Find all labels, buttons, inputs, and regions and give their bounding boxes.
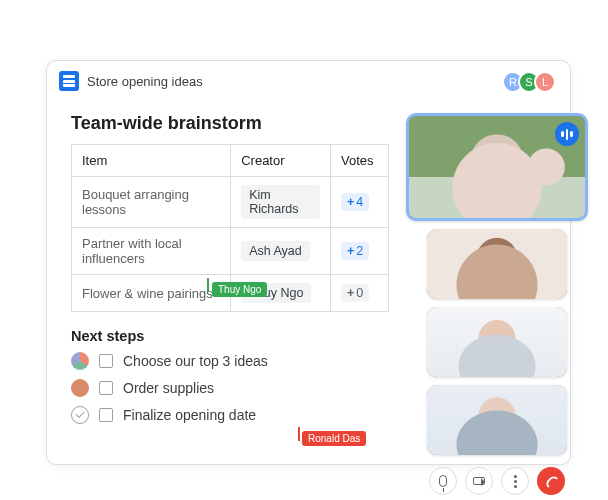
collaborator-cursor-tag: Thuy Ngo	[212, 282, 267, 297]
creator-chip[interactable]: Kim Richards	[241, 185, 320, 219]
col-item: Item	[72, 145, 231, 177]
collaborator-cursor	[298, 427, 300, 441]
camera-button[interactable]	[465, 467, 493, 495]
avatar-initial: L	[542, 76, 548, 88]
video-placeholder-icon	[427, 307, 567, 377]
titlebar: Store opening ideas R S L	[47, 61, 570, 101]
assignee-icon	[71, 406, 89, 424]
document-window: Store opening ideas R S L Team-wide brai…	[46, 60, 571, 465]
collaborator-cursor	[207, 278, 209, 292]
table-row: Bouquet arranging lessons Kim Richards +…	[72, 177, 389, 228]
cell-votes[interactable]: + 0	[331, 275, 389, 312]
col-votes: Votes	[331, 145, 389, 177]
video-tile-active[interactable]	[406, 113, 588, 221]
hangup-button[interactable]	[537, 467, 565, 495]
document-title[interactable]: Store opening ideas	[87, 74, 203, 89]
meet-video-panel	[406, 113, 588, 495]
plus-icon: +	[347, 195, 354, 209]
cell-creator[interactable]: Ash Ayad	[231, 228, 331, 275]
group-avatar-icon	[71, 352, 89, 370]
plus-icon: +	[347, 244, 354, 258]
vote-button[interactable]: + 4	[341, 193, 369, 211]
step-text[interactable]: Order supplies	[123, 380, 214, 396]
meet-controls	[406, 467, 588, 495]
assignee-icon	[71, 379, 89, 397]
plus-icon: +	[347, 286, 354, 300]
col-creator: Creator	[231, 145, 331, 177]
cell-item[interactable]: Bouquet arranging lessons	[72, 177, 231, 228]
mic-button[interactable]	[429, 467, 457, 495]
checkbox[interactable]	[99, 408, 113, 422]
vote-count: 4	[356, 195, 363, 209]
vote-count: 0	[356, 286, 363, 300]
creator-chip[interactable]: Ash Ayad	[241, 241, 310, 261]
more-options-button[interactable]	[501, 467, 529, 495]
more-vertical-icon	[514, 480, 517, 483]
avatar[interactable]: L	[534, 71, 556, 93]
avatar-initial: R	[509, 76, 517, 88]
vote-button[interactable]: + 2	[341, 242, 369, 260]
vote-count: 2	[356, 244, 363, 258]
cell-votes[interactable]: + 2	[331, 228, 389, 275]
collaborator-cursor-tag: Ronald Das	[302, 431, 366, 446]
speaking-indicator-icon	[555, 122, 579, 146]
check-circle-icon	[71, 406, 89, 424]
cell-item[interactable]: Partner with local influencers	[72, 228, 231, 275]
video-placeholder-icon	[427, 229, 567, 299]
cell-creator[interactable]: Kim Richards	[231, 177, 331, 228]
avatar-initial: S	[525, 76, 532, 88]
step-text[interactable]: Finalize opening date	[123, 407, 256, 423]
person-avatar-icon	[71, 379, 89, 397]
google-docs-icon	[59, 71, 79, 91]
video-tile[interactable]	[427, 385, 567, 455]
phone-hangup-icon	[544, 474, 558, 488]
step-text[interactable]: Choose our top 3 ideas	[123, 353, 268, 369]
vote-button[interactable]: + 0	[341, 284, 369, 302]
cell-votes[interactable]: + 4	[331, 177, 389, 228]
table-row: Partner with local influencers Ash Ayad …	[72, 228, 389, 275]
checkbox[interactable]	[99, 354, 113, 368]
assignee-icon	[71, 352, 89, 370]
camera-icon	[473, 477, 485, 485]
collaborator-avatars: R S L	[508, 71, 556, 93]
video-tile[interactable]	[427, 307, 567, 377]
video-tile[interactable]	[427, 229, 567, 299]
video-placeholder-icon	[427, 385, 567, 455]
mic-icon	[439, 475, 447, 487]
checkbox[interactable]	[99, 381, 113, 395]
